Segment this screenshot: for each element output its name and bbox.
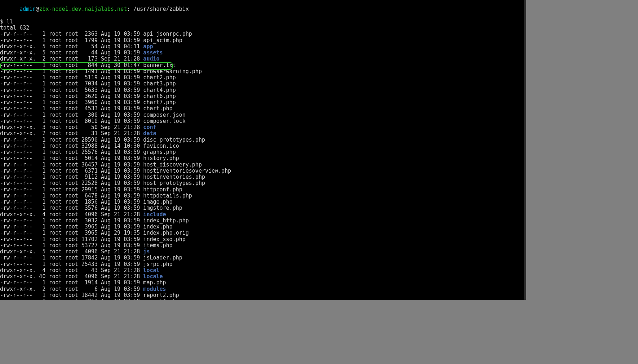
file-meta: drwxr-xr-x. 5 root root 44 Aug 19 03:59: [0, 49, 143, 56]
file-row: -rw-r--r-- 1 root root 844 Aug 30 01:47 …: [0, 62, 524, 68]
file-name: chart7.php: [143, 99, 176, 106]
file-row: -rw-r--r-- 1 root root 2363 Aug 19 03:59…: [0, 31, 524, 37]
file-row: -rw-r--r-- 1 root root 300 Aug 19 03:59 …: [0, 112, 524, 118]
file-name: report4.php: [143, 298, 179, 300]
file-row: drwxr-xr-x. 2 root root 31 Sep 21 21:28 …: [0, 130, 524, 137]
directory-name: data: [143, 130, 156, 137]
file-name: httpconf.php: [143, 186, 182, 193]
file-name: disc_prototypes.php: [143, 137, 205, 143]
file-name: composer.json: [143, 112, 185, 118]
file-meta: -rw-r--r-- 1 root root 29915 Aug 19 03:5…: [0, 186, 143, 193]
file-row: -rw-r--r-- 1 root root 5014 Aug 19 03:59…: [0, 155, 524, 161]
file-meta: -rw-r--r-- 1 root root 36457 Aug 19 03:5…: [0, 161, 143, 168]
directory-name: modules: [143, 286, 166, 292]
terminal-window[interactable]: admin@zbx-node1.dev.naijalabs.net: /usr/…: [0, 0, 526, 300]
file-row: -rw-r--r-- 1 root root 3965 Aug 29 19:35…: [0, 230, 524, 236]
file-name: items.php: [143, 242, 172, 249]
file-meta: -rw-r--r-- 1 root root 9112 Aug 19 03:59: [0, 174, 143, 180]
directory-name: locale: [143, 273, 163, 280]
directory-name: include: [143, 211, 166, 218]
file-row: -rw-r--r-- 1 root root 3620 Aug 19 03:59…: [0, 93, 524, 99]
file-name: graphs.php: [143, 149, 176, 155]
file-meta: -rw-r--r-- 1 root root 3960 Aug 19 03:59: [0, 99, 143, 106]
file-name: jsrpc.php: [143, 261, 172, 267]
file-name: image.php: [143, 199, 172, 205]
file-row: drwxr-xr-x. 40 root root 4096 Sep 21 21:…: [0, 274, 524, 280]
command-text: ll: [6, 18, 13, 25]
file-meta: -rw-r--r-- 1 root root 5119 Aug 19 03:59: [0, 74, 143, 81]
file-name: browserwarning.php: [143, 68, 202, 75]
command-line[interactable]: $ ll: [0, 19, 524, 25]
directory-name: conf: [143, 124, 156, 130]
file-meta: -rw-r--r-- 1 root root 3576 Aug 19 03:59: [0, 205, 143, 211]
file-name: api_scim.php: [143, 37, 182, 44]
file-row: -rw-r--r-- 1 root root 4533 Aug 19 03:59…: [0, 106, 524, 112]
file-meta: -rw-r--r-- 1 root root 1914 Aug 19 03:59: [0, 279, 143, 286]
file-row: -rw-r--r-- 1 root root 22528 Aug 19 03:5…: [0, 180, 524, 186]
directory-name: js: [143, 248, 150, 255]
file-meta: -rw-r--r-- 1 root root 300 Aug 19 03:59: [0, 112, 143, 118]
file-row: drwxr-xr-x. 5 root root 54 Aug 19 04:11 …: [0, 44, 524, 50]
file-meta: -rw-r--r-- 1 root root 4533 Aug 19 03:59: [0, 105, 143, 112]
file-meta: -rw-r--r-- 1 root root 6371 Aug 19 03:59: [0, 168, 143, 174]
file-meta: -rw-r--r-- 1 root root 8010 Aug 19 03:59: [0, 118, 143, 124]
file-row: drwxr-xr-x. 2 root root 6 Aug 19 03:59 m…: [0, 286, 524, 292]
file-row: drwxr-xr-x. 2 root root 173 Sep 21 21:28…: [0, 56, 524, 62]
prompt-symbol: $: [0, 18, 6, 25]
directory-name: assets: [143, 49, 163, 56]
file-name: report2.php: [143, 292, 179, 298]
file-meta: drwxr-xr-x. 2 root root 31 Sep 21 21:28: [0, 130, 143, 137]
file-row: -rw-r--r-- 1 root root 6371 Aug 19 03:59…: [0, 168, 524, 174]
file-meta: -rw-r--r-- 1 root root 17842 Aug 19 03:5…: [0, 254, 143, 261]
file-meta: drwxr-xr-x. 2 root root 173 Sep 21 21:28: [0, 56, 143, 62]
file-row: -rw-r--r-- 1 root root 6478 Aug 19 03:59…: [0, 193, 524, 199]
prompt-user: admin: [19, 6, 36, 12]
file-meta: -rw-r--r-- 1 root root 844 Aug 30 01:47: [0, 62, 143, 68]
file-row: drwxr-xr-x. 5 root root 44 Aug 19 03:59 …: [0, 50, 524, 56]
file-name: chart6.php: [143, 93, 176, 99]
file-meta: -rw-r--r-- 1 root root 22528 Aug 19 03:5…: [0, 180, 143, 186]
file-meta: drwxr-xr-x. 3 root root 50 Sep 21 21:28: [0, 124, 143, 130]
file-name: host_prototypes.php: [143, 180, 205, 186]
file-meta: -rw-r--r-- 1 root root 53727 Aug 19 03:5…: [0, 242, 143, 249]
file-meta: -rw-r--r-- 1 root root 11702 Aug 19 03:5…: [0, 236, 143, 243]
file-meta: -rw-r--r-- 1 root root 6478 Aug 19 03:59: [0, 192, 143, 199]
file-meta: -rw-r--r-- 1 root root 25433 Aug 19 03:5…: [0, 261, 143, 267]
file-meta: -rw-r--r-- 1 root root 28590 Aug 19 03:5…: [0, 137, 143, 143]
file-row: -rw-r--r-- 1 root root 3960 Aug 19 03:59…: [0, 99, 524, 106]
file-meta: drwxr-xr-x. 5 root root 4096 Sep 21 21:2…: [0, 248, 143, 255]
file-name: index_http.php: [143, 217, 189, 224]
file-meta: drwxr-xr-x. 4 root root 43 Sep 21 21:28: [0, 267, 143, 274]
file-row: -rw-r--r-- 1 root root 7313 Aug 19 03:59…: [0, 298, 524, 300]
file-meta: -rw-r--r-- 1 root root 3032 Aug 19 03:59: [0, 217, 143, 224]
file-meta: drwxr-xr-x. 5 root root 54 Aug 19 04:11: [0, 43, 143, 50]
file-meta: drwxr-xr-x. 2 root root 6 Aug 19 03:59: [0, 286, 143, 292]
file-meta: -rw-r--r-- 1 root root 1856 Aug 19 03:59: [0, 199, 143, 205]
file-row: -rw-r--r-- 1 root root 7034 Aug 19 03:59…: [0, 81, 524, 87]
file-name: index.php.orig: [143, 230, 189, 236]
file-row: -rw-r--r-- 1 root root 53727 Aug 19 03:5…: [0, 243, 524, 249]
file-row: -rw-r--r-- 1 root root 5119 Aug 19 03:59…: [0, 75, 524, 81]
file-row: -rw-r--r-- 1 root root 9112 Aug 19 03:59…: [0, 174, 524, 180]
file-meta: -rw-r--r-- 1 root root 2363 Aug 19 03:59: [0, 31, 143, 37]
file-row: drwxr-xr-x. 4 root root 4096 Sep 21 21:2…: [0, 212, 524, 218]
directory-name: app: [143, 43, 153, 50]
file-row: drwxr-xr-x. 3 root root 50 Sep 21 21:28 …: [0, 124, 524, 130]
file-row: -rw-r--r-- 1 root root 3032 Aug 19 03:59…: [0, 218, 524, 224]
file-meta: -rw-r--r-- 1 root root 7313 Aug 19 03:59: [0, 298, 143, 300]
file-meta: -rw-r--r-- 1 root root 18442 Aug 19 03:5…: [0, 292, 143, 298]
file-meta: -rw-r--r-- 1 root root 7034 Aug 19 03:59: [0, 80, 143, 87]
file-name: composer.lock: [143, 118, 185, 124]
file-name: hostinventoriesoverview.php: [143, 168, 231, 174]
file-meta: -rw-r--r-- 1 root root 3965 Aug 29 19:35: [0, 230, 143, 236]
file-meta: -rw-r--r-- 1 root root 25576 Aug 19 03:5…: [0, 149, 143, 155]
file-meta: -rw-r--r-- 1 root root 3965 Aug 19 03:59: [0, 223, 143, 230]
file-meta: -rw-r--r-- 1 root root 5014 Aug 19 03:59: [0, 155, 143, 161]
directory-name: audio: [143, 56, 159, 62]
file-name: chart4.php: [143, 87, 176, 93]
file-meta: -rw-r--r-- 1 root root 1491 Aug 19 03:59: [0, 68, 143, 75]
file-meta: drwxr-xr-x. 4 root root 4096 Sep 21 21:2…: [0, 211, 143, 218]
file-row: -rw-r--r-- 1 root root 1491 Aug 19 03:59…: [0, 68, 524, 75]
file-name: jsLoader.php: [143, 254, 182, 261]
file-row: -rw-r--r-- 1 root root 25433 Aug 19 03:5…: [0, 261, 524, 267]
